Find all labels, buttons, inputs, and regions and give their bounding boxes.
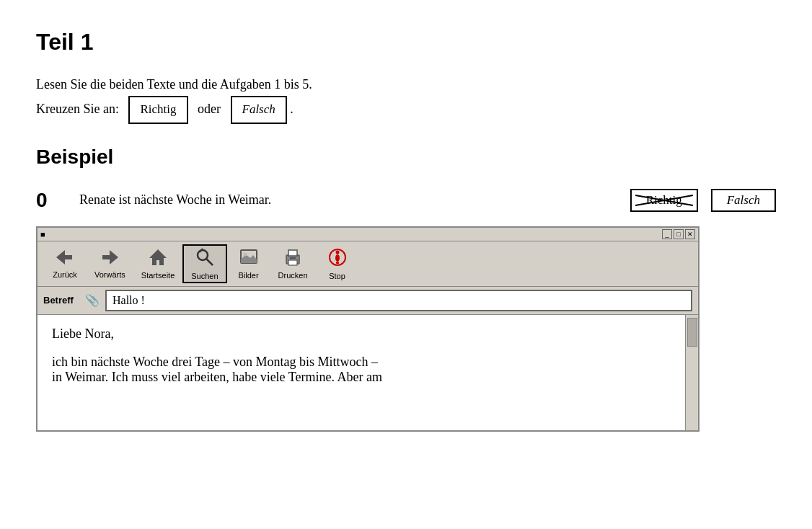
toolbar-home-label: Startseite bbox=[141, 271, 175, 280]
toolbar-search-label: Suchen bbox=[191, 272, 218, 280]
svg-point-17 bbox=[335, 254, 340, 262]
titlebar-controls: _ □ ✕ bbox=[662, 229, 695, 239]
minimize-btn[interactable]: _ bbox=[662, 229, 672, 239]
email-titlebar: ■ _ □ ✕ bbox=[37, 228, 698, 241]
svg-rect-1 bbox=[65, 255, 72, 259]
email-window: ■ _ □ ✕ Zurück Vorwärts Startseite bbox=[36, 226, 700, 432]
instructions-block: Lesen Sie die beiden Texte und die Aufga… bbox=[36, 73, 776, 124]
instructions-suffix: . bbox=[290, 102, 294, 116]
close-btn[interactable]: ✕ bbox=[685, 229, 695, 239]
forward-icon bbox=[100, 249, 120, 269]
svg-marker-4 bbox=[149, 249, 167, 265]
betreff-input[interactable] bbox=[105, 290, 692, 311]
svg-rect-12 bbox=[288, 250, 297, 256]
toolbar-stop-btn[interactable]: Stop bbox=[316, 245, 359, 283]
instructions-prefix: Kreuzen Sie an: bbox=[36, 102, 119, 116]
svg-rect-18 bbox=[336, 262, 339, 264]
email-betreff-row: Betreff 📎 bbox=[37, 287, 698, 315]
search-icon bbox=[195, 247, 215, 270]
toolbar-stop-label: Stop bbox=[329, 272, 345, 280]
stop-icon bbox=[327, 247, 348, 270]
answer-boxes: Richtig Falsch bbox=[630, 189, 776, 212]
scrollbar[interactable] bbox=[685, 315, 698, 430]
svg-line-6 bbox=[206, 259, 213, 265]
betreff-icon: 📎 bbox=[85, 293, 100, 307]
example-number: 0 bbox=[36, 189, 72, 212]
print-icon bbox=[283, 248, 303, 270]
svg-point-5 bbox=[198, 250, 208, 260]
maximize-btn[interactable]: □ bbox=[674, 229, 684, 239]
svg-point-10 bbox=[243, 252, 247, 256]
toolbar-back-btn[interactable]: Zurück bbox=[43, 246, 87, 281]
example-text: Renate ist nächste Woche in Weimar. bbox=[72, 192, 630, 208]
instructions-line1: Lesen Sie die beiden Texte und die Aufga… bbox=[36, 73, 776, 96]
toolbar-back-label: Zurück bbox=[53, 270, 77, 279]
toolbar-forward-btn[interactable]: Vorwärts bbox=[87, 246, 133, 281]
email-toolbar: Zurück Vorwärts Startseite bbox=[37, 241, 698, 287]
toolbar-images-btn[interactable]: Bilder bbox=[227, 246, 270, 282]
instructions-or: oder bbox=[198, 102, 221, 116]
titlebar-spacer: ■ bbox=[40, 230, 45, 239]
section-title: Beispiel bbox=[36, 146, 776, 169]
body-line4: in Weimar. Ich muss viel arbeiten, habe … bbox=[52, 370, 669, 385]
richtig-example-box: Richtig bbox=[128, 96, 187, 124]
body-line3: ich bin nächste Woche drei Tage – von Mo… bbox=[52, 355, 669, 370]
toolbar-home-btn[interactable]: Startseite bbox=[133, 246, 182, 282]
page-title: Teil 1 bbox=[36, 29, 776, 55]
toolbar-forward-label: Vorwärts bbox=[94, 270, 125, 279]
scrollbar-thumb[interactable] bbox=[687, 318, 697, 347]
falsch-example-box: Falsch bbox=[231, 96, 287, 124]
falsch-answer-box[interactable]: Falsch bbox=[711, 189, 776, 212]
richtig-answer-box[interactable]: Richtig bbox=[630, 189, 698, 212]
toolbar-print-label: Drucken bbox=[278, 271, 308, 280]
toolbar-images-label: Bilder bbox=[239, 271, 259, 280]
svg-marker-2 bbox=[110, 250, 118, 264]
svg-rect-13 bbox=[288, 260, 297, 265]
svg-marker-9 bbox=[241, 254, 257, 263]
toolbar-print-btn[interactable]: Drucken bbox=[270, 246, 316, 282]
home-icon bbox=[148, 248, 168, 270]
svg-marker-0 bbox=[56, 250, 65, 264]
example-row: 0 Renate ist nächste Woche in Weimar. Ri… bbox=[36, 189, 776, 212]
instructions-line2: Kreuzen Sie an: Richtig oder Falsch . bbox=[36, 96, 776, 124]
svg-rect-14 bbox=[290, 257, 296, 259]
email-body: Liebe Nora, ich bin nächste Woche drei T… bbox=[37, 315, 698, 430]
images-icon bbox=[239, 248, 259, 270]
svg-rect-3 bbox=[102, 255, 110, 259]
toolbar-search-btn[interactable]: Suchen bbox=[182, 244, 226, 283]
body-line1: Liebe Nora, bbox=[52, 326, 669, 342]
email-body-content: Liebe Nora, ich bin nächste Woche drei T… bbox=[52, 326, 684, 385]
betreff-label: Betreff bbox=[43, 295, 79, 306]
svg-point-16 bbox=[335, 250, 339, 254]
back-icon bbox=[55, 249, 75, 269]
